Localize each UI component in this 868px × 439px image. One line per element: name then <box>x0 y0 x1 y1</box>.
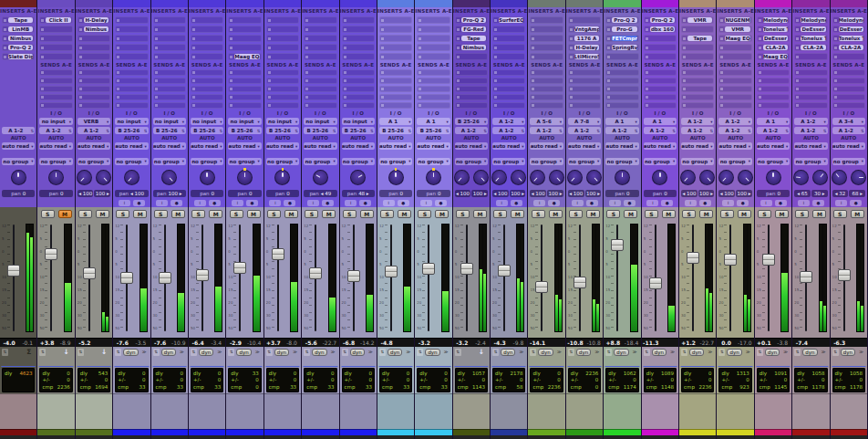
automation-mode-button[interactable]: auto read▾ <box>568 142 601 150</box>
fader-nudge-spinner[interactable]: ⇅ <box>379 349 386 356</box>
fader-handle[interactable] <box>385 266 398 277</box>
insert-plugin-button[interactable]: CLA-2A <box>839 45 863 51</box>
send-slot[interactable] <box>792 77 829 85</box>
send-slot[interactable] <box>151 77 188 85</box>
send-slot[interactable] <box>302 77 338 85</box>
fader-nudge-spinner[interactable]: ⇅ <box>455 349 461 356</box>
insert-plugin-button[interactable]: Melodyne <box>801 17 825 24</box>
send-slot[interactable] <box>37 77 74 85</box>
send-slot[interactable] <box>717 93 753 101</box>
solo-button[interactable]: S <box>456 210 470 218</box>
insert-slot[interactable]: LinMB <box>0 25 36 34</box>
comments-area[interactable] <box>491 393 527 429</box>
fader-nudge-spinner[interactable]: ⇅ <box>530 349 536 356</box>
automation-mode-button[interactable]: auto read▾ <box>228 142 261 150</box>
pan-knob[interactable] <box>793 170 809 185</box>
send-slot[interactable] <box>226 68 263 77</box>
group-selector[interactable]: no group▾ <box>757 158 790 165</box>
pan-knob[interactable] <box>812 170 828 185</box>
comments-area[interactable] <box>528 393 564 429</box>
pan-knob[interactable] <box>680 170 696 185</box>
send-slot[interactable] <box>491 101 527 110</box>
group-selector[interactable]: no group▾ <box>2 158 35 165</box>
pan-value[interactable]: pan48 ▸ <box>342 190 375 197</box>
comments-area[interactable] <box>37 393 74 429</box>
automation-mode-button[interactable]: auto read▾ <box>39 142 72 150</box>
fader-handle[interactable] <box>196 269 209 281</box>
pan-value[interactable]: pan0 <box>379 190 412 197</box>
group-selector[interactable]: no group▾ <box>605 158 638 165</box>
insert-slot[interactable] <box>377 52 414 61</box>
insert-slot[interactable] <box>528 52 564 61</box>
pan-knob[interactable] <box>851 170 866 185</box>
insert-slot[interactable] <box>528 34 564 43</box>
track-color-top[interactable] <box>76 0 112 7</box>
send-slot[interactable] <box>679 85 716 93</box>
insert-plugin-button[interactable]: DeEsser <box>763 36 788 42</box>
insert-slot[interactable] <box>415 25 451 34</box>
insert-slot[interactable] <box>76 34 112 43</box>
insert-slot[interactable]: Slate Digital <box>0 52 36 61</box>
send-slot[interactable] <box>717 101 753 110</box>
track-color-top[interactable] <box>189 0 225 7</box>
mute-button[interactable]: M <box>738 210 751 218</box>
insert-slot[interactable]: NUGENMonF <box>717 16 753 25</box>
send-slot[interactable] <box>226 77 263 85</box>
send-slot[interactable] <box>604 77 640 85</box>
send-slot[interactable] <box>566 77 603 85</box>
dyn-button[interactable]: dyn <box>199 349 213 356</box>
pan-value[interactable]: 100 ▸ <box>585 190 602 197</box>
pan-value[interactable]: 100 ▸ <box>698 190 715 197</box>
group-selector[interactable]: no group▾ <box>191 158 223 165</box>
send-slot[interactable] <box>831 93 867 101</box>
insert-slot[interactable] <box>415 52 451 61</box>
send-slot[interactable] <box>37 68 74 77</box>
input-monitor-button[interactable]: I <box>533 200 545 206</box>
output-selector[interactable]: A 1-2⇅ <box>718 127 751 134</box>
send-slot[interactable] <box>340 68 377 77</box>
output-selector[interactable]: A 1-2⇅ <box>455 127 488 134</box>
input-selector[interactable]: no input▾ <box>228 118 261 125</box>
insert-plugin-button[interactable]: Melodyne <box>763 17 788 24</box>
insert-slot[interactable] <box>264 25 301 34</box>
send-slot[interactable] <box>604 101 640 110</box>
dyn-button[interactable]: dyn <box>123 349 138 356</box>
automation-mode-button[interactable]: auto read▾ <box>266 142 299 150</box>
input-monitor-button[interactable]: I <box>307 200 319 206</box>
output-selector[interactable]: B 25-26⇅ <box>228 127 261 134</box>
fader-handle[interactable] <box>838 269 851 281</box>
group-selector[interactable]: no group▾ <box>228 158 261 165</box>
automation-mode-button[interactable]: auto read▾ <box>832 142 865 150</box>
input-selector[interactable]: B 25-26▾ <box>455 118 488 125</box>
insert-slot[interactable]: DeEsser <box>755 34 791 43</box>
insert-slot[interactable] <box>491 43 527 52</box>
input-monitor-button[interactable]: I <box>383 200 395 206</box>
output-selector[interactable]: A 1-2⇅ <box>605 127 638 134</box>
insert-plugin-button[interactable]: 1176 A <box>574 36 599 42</box>
track-color-top[interactable] <box>113 0 150 7</box>
mute-button[interactable]: M <box>624 210 637 218</box>
mute-button[interactable]: M <box>322 210 336 218</box>
mute-button[interactable]: M <box>284 210 298 218</box>
comments-area[interactable] <box>151 393 188 429</box>
comments-area[interactable] <box>717 393 753 429</box>
dyn-button[interactable]: dyn <box>689 349 704 356</box>
fader-nudge-spinner[interactable]: ⇅ <box>115 349 121 356</box>
insert-slot[interactable] <box>302 25 338 34</box>
pan-value[interactable]: pan100 ▸ <box>153 190 186 197</box>
fader-handle[interactable] <box>45 248 57 260</box>
solo-button[interactable]: S <box>569 210 583 218</box>
send-slot[interactable] <box>415 85 451 93</box>
insert-slot[interactable] <box>302 43 338 52</box>
pan-value[interactable]: ◂ 100 <box>455 190 471 197</box>
solo-button[interactable]: S <box>758 210 771 218</box>
insert-plugin-button[interactable]: H-Delay <box>84 17 108 24</box>
automation-mode-button[interactable]: auto read▾ <box>417 142 450 150</box>
send-slot[interactable] <box>453 85 490 93</box>
send-slot[interactable] <box>755 85 791 93</box>
comments-area[interactable] <box>76 393 112 429</box>
record-arm-button[interactable]: ● <box>170 200 182 206</box>
solo-button[interactable]: S <box>305 210 318 218</box>
solo-button[interactable]: S <box>78 210 92 218</box>
send-slot[interactable] <box>792 85 829 93</box>
